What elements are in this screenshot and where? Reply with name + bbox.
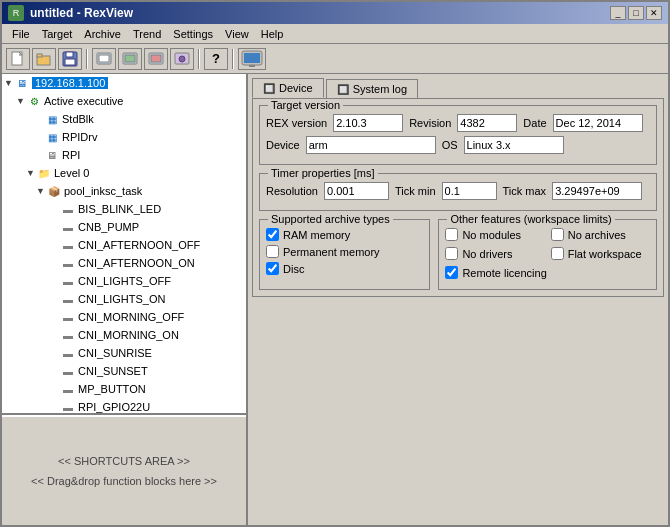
bisblink-label: BIS_BLINK_LED [78,203,161,215]
tick-max-input[interactable] [552,182,642,200]
rpi-gpio-icon: ▬ [60,399,76,415]
archive-ram-checkbox[interactable] [266,228,279,241]
target-btn-3[interactable] [144,48,168,70]
revision-label: Revision [409,117,451,129]
title-bar-left: R untitled - RexView [8,5,133,21]
revision-input[interactable] [457,114,517,132]
timer-properties-label: Timer properties [ms] [268,167,378,179]
cni-lights-on-icon: ▬ [60,291,76,307]
svg-rect-9 [125,55,135,62]
feature-no-modules-row: No modules [445,228,544,241]
tree-item-root[interactable]: ▼ 🖥 192.168.1.100 [2,74,246,92]
tree-item-cniafternoon-on[interactable]: ▬ CNI_AFTERNOON_ON [2,254,246,272]
archive-perm-row: Permanent memory [266,245,423,258]
feature-remote-lic-checkbox[interactable] [445,266,458,279]
cnbpump-label: CNB_PUMP [78,221,139,233]
window-controls: _ □ ✕ [610,6,662,20]
resolution-label: Resolution [266,185,318,197]
cni-lights-off-label: CNI_LIGHTS_OFF [78,275,171,287]
tabs-row: 🔲 Device 🔲 System log [252,78,664,98]
target-version-label: Target version [268,99,343,111]
menu-target[interactable]: Target [36,26,79,41]
tree-item-cnilights-off[interactable]: ▬ CNI_LIGHTS_OFF [2,272,246,290]
tree-item-cniafternoon-off[interactable]: ▬ CNI_AFTERNOON_OFF [2,236,246,254]
rpi-label: RPI [62,149,80,161]
device-label: Device [266,139,300,151]
cni-lights-off-icon: ▬ [60,273,76,289]
tree-item-cnilights-on[interactable]: ▬ CNI_LIGHTS_ON [2,290,246,308]
archive-perm-label: Permanent memory [283,246,380,258]
target-version-section: Target version REX version Revision Date… [259,105,657,165]
menu-help[interactable]: Help [255,26,290,41]
minimize-button[interactable]: _ [610,6,626,20]
tab-device[interactable]: 🔲 Device [252,78,324,98]
tree-view[interactable]: ▼ 🖥 192.168.1.100 ▼ ⚙ Active executive ▦… [2,74,246,415]
svg-rect-4 [66,52,73,57]
tree-item-active[interactable]: ▼ ⚙ Active executive [2,92,246,110]
tab-syslog[interactable]: 🔲 System log [326,79,418,98]
feature-no-drivers-checkbox[interactable] [445,247,458,260]
rex-version-input[interactable] [333,114,403,132]
archive-perm-checkbox[interactable] [266,245,279,258]
rex-version-label: REX version [266,117,327,129]
date-label: Date [523,117,546,129]
feature-flat-workspace-label: Flat workspace [568,248,642,260]
feature-no-modules-label: No modules [462,229,521,241]
open-button[interactable] [32,48,56,70]
main-window: R untitled - RexView _ □ ✕ File Target A… [0,0,670,527]
tree-item-bisblink[interactable]: ▬ BIS_BLINK_LED [2,200,246,218]
feature-remote-lic-row: Remote licencing [445,266,650,279]
tree-item-cnisunrise[interactable]: ▬ CNI_SUNRISE [2,344,246,362]
cni-lights-on-label: CNI_LIGHTS_ON [78,293,165,305]
tree-item-level0[interactable]: ▼ 📁 Level 0 [2,164,246,182]
tree-item-rpi[interactable]: 🖥 RPI [2,146,246,164]
svg-rect-2 [37,54,42,57]
close-button[interactable]: ✕ [646,6,662,20]
tree-item-rpigpio[interactable]: ▬ RPI_GPIO22U [2,398,246,415]
archive-disc-checkbox[interactable] [266,262,279,275]
target-btn-4[interactable] [170,48,194,70]
tree-item-pool[interactable]: ▼ 📦 pool_inksc_task [2,182,246,200]
feature-no-modules-checkbox[interactable] [445,228,458,241]
app-icon: R [8,5,24,21]
feature-no-drivers-label: No drivers [462,248,512,260]
maximize-button[interactable]: □ [628,6,644,20]
tree-item-cnisunset[interactable]: ▬ CNI_SUNSET [2,362,246,380]
tree-item-rpidrv[interactable]: ▦ RPIDrv [2,128,246,146]
tick-min-input[interactable] [442,182,497,200]
target-btn-2[interactable] [118,48,142,70]
help-button[interactable]: ? [204,48,228,70]
menu-trend[interactable]: Trend [127,26,167,41]
tree-item-cnimorning-on[interactable]: ▬ CNI_MORNING_ON [2,326,246,344]
feature-no-archives-checkbox[interactable] [551,228,564,241]
feature-flat-workspace-checkbox[interactable] [551,247,564,260]
tick-min-label: Tick min [395,185,436,197]
feature-no-drivers-row: No drivers [445,247,544,260]
bottom-sections: Supported archive types RAM memory Perma… [259,219,657,290]
menu-file[interactable]: File [6,26,36,41]
date-input[interactable] [553,114,643,132]
svg-rect-5 [65,59,75,65]
menu-archive[interactable]: Archive [78,26,127,41]
device-button[interactable] [238,48,266,70]
tree-item-mpbutton[interactable]: ▬ MP_BUTTON [2,380,246,398]
menu-settings[interactable]: Settings [167,26,219,41]
new-button[interactable] [6,48,30,70]
svg-rect-16 [249,65,255,67]
target-btn-1[interactable] [92,48,116,70]
computer-icon: 🖥 [14,75,30,91]
other-features-section: Other features (workspace limits) No mod… [438,219,657,290]
timer-properties-section: Timer properties [ms] Resolution Tick mi… [259,173,657,211]
tree-item-cnimorning-off[interactable]: ▬ CNI_MORNING_OFF [2,308,246,326]
tick-max-label: Tick max [503,185,547,197]
tree-item-stdblk[interactable]: ▦ StdBlk [2,110,246,128]
resolution-input[interactable] [324,182,389,200]
os-input[interactable] [464,136,564,154]
root-label: 192.168.1.100 [32,77,108,89]
main-content: ▼ 🖥 192.168.1.100 ▼ ⚙ Active executive ▦… [2,74,668,525]
tree-item-cnbpump[interactable]: ▬ CNB_PUMP [2,218,246,236]
save-button[interactable] [58,48,82,70]
menu-view[interactable]: View [219,26,255,41]
device-input[interactable] [306,136,436,154]
archive-disc-label: Disc [283,263,304,275]
